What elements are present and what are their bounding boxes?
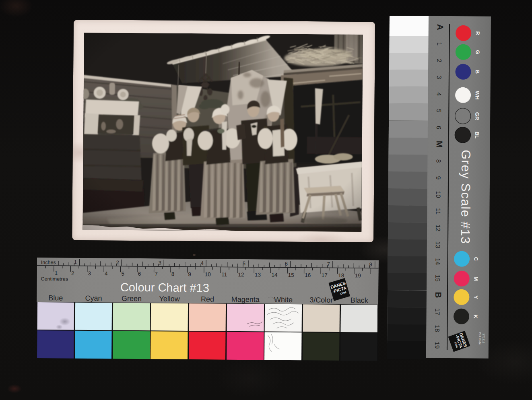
svg-text:ST1316: ST1316 <box>482 333 485 343</box>
svg-text:12: 12 <box>435 225 441 231</box>
svg-text:3: 3 <box>159 260 161 266</box>
svg-text:8: 8 <box>369 261 372 267</box>
svg-text:6: 6 <box>138 271 141 277</box>
svg-text:17: 17 <box>434 308 441 315</box>
svg-text:4: 4 <box>436 92 443 96</box>
svg-text:13: 13 <box>435 241 441 248</box>
svg-text:1: 1 <box>74 259 77 265</box>
svg-text:7: 7 <box>155 271 158 277</box>
svg-text:M: M <box>473 276 479 281</box>
svg-text:G: G <box>474 50 480 54</box>
svg-text:4: 4 <box>105 270 108 276</box>
svg-text:Cyan: Cyan <box>85 294 102 302</box>
svg-text:GR: GR <box>474 112 480 120</box>
svg-text:1: 1 <box>436 42 443 46</box>
svg-text:14: 14 <box>434 258 441 265</box>
svg-text:9: 9 <box>188 271 191 277</box>
svg-text:Grey Scale #13: Grey Scale #13 <box>458 150 473 244</box>
svg-text:Inches: Inches <box>41 260 56 265</box>
svg-text:Red: Red <box>201 295 214 303</box>
svg-text:6: 6 <box>285 261 288 267</box>
svg-text:2: 2 <box>71 270 74 276</box>
svg-text:8: 8 <box>435 159 442 163</box>
svg-text:19: 19 <box>355 272 361 278</box>
svg-text:BL: BL <box>474 132 480 138</box>
svg-text:12: 12 <box>238 272 244 278</box>
svg-text:4: 4 <box>201 260 204 266</box>
svg-text:R: R <box>475 31 481 35</box>
svg-text:K: K <box>472 315 478 319</box>
svg-text:11: 11 <box>435 208 441 214</box>
svg-text:3: 3 <box>88 270 91 276</box>
svg-text:18: 18 <box>338 272 344 278</box>
svg-text:5: 5 <box>121 271 124 277</box>
svg-text:9: 9 <box>435 176 442 179</box>
svg-text:2: 2 <box>436 59 443 62</box>
svg-text:Yellow: Yellow <box>159 295 180 303</box>
svg-text:Y: Y <box>473 295 479 299</box>
svg-text:10: 10 <box>435 191 442 198</box>
svg-text:15: 15 <box>288 272 294 278</box>
svg-text:3: 3 <box>436 76 443 79</box>
svg-text:5: 5 <box>243 260 245 266</box>
svg-text:17: 17 <box>322 272 328 278</box>
svg-text:19: 19 <box>434 342 441 348</box>
svg-text:Green: Green <box>122 295 142 303</box>
svg-text:Colour Chart #13: Colour Chart #13 <box>120 281 209 295</box>
svg-text:14: 14 <box>271 272 278 278</box>
svg-text:2: 2 <box>116 260 119 266</box>
svg-text:13: 13 <box>255 272 261 278</box>
svg-text:M: M <box>435 141 444 148</box>
svg-text:10: 10 <box>205 271 211 277</box>
svg-text:6: 6 <box>435 126 442 130</box>
svg-text:16: 16 <box>305 272 311 278</box>
svg-text:A: A <box>436 24 445 30</box>
svg-text:B: B <box>474 70 480 74</box>
svg-text:8: 8 <box>171 271 175 277</box>
svg-text:Centimetres: Centimetres <box>41 276 68 282</box>
svg-text:11: 11 <box>221 272 227 278</box>
svg-text:1: 1 <box>55 270 58 276</box>
svg-text:B: B <box>434 292 443 298</box>
svg-text:Blue: Blue <box>48 294 63 302</box>
svg-text:C: C <box>473 257 479 261</box>
svg-text:3/Color: 3/Color <box>309 296 333 304</box>
svg-text:15: 15 <box>434 275 441 282</box>
svg-text:White: White <box>274 296 293 304</box>
svg-text:WH: WH <box>474 91 480 100</box>
svg-text:Magenta: Magenta <box>231 295 260 304</box>
svg-text:7: 7 <box>327 261 330 267</box>
svg-text:Part Code: Part Code <box>478 332 481 345</box>
svg-text:18: 18 <box>434 325 441 332</box>
svg-text:5: 5 <box>435 109 442 113</box>
svg-text:Black: Black <box>351 296 369 304</box>
